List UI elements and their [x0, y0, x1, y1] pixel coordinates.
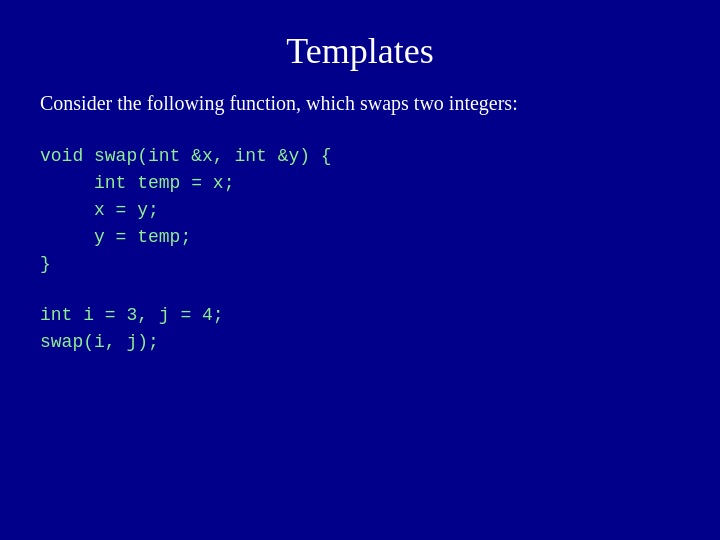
code-line-2: int temp = x; — [40, 170, 680, 197]
intro-paragraph: Consider the following function, which s… — [40, 92, 680, 115]
code-block-swap-function: void swap(int &x, int &y) { int temp = x… — [40, 143, 680, 278]
code-line-1: void swap(int &x, int &y) { — [40, 143, 680, 170]
code-line-6: int i = 3, j = 4; — [40, 302, 680, 329]
code-block-usage: int i = 3, j = 4; swap(i, j); — [40, 302, 680, 356]
page-container: Templates Consider the following functio… — [0, 0, 720, 540]
code-line-5: } — [40, 251, 680, 278]
code-line-3: x = y; — [40, 197, 680, 224]
page-title: Templates — [40, 30, 680, 72]
code-line-7: swap(i, j); — [40, 329, 680, 356]
code-line-4: y = temp; — [40, 224, 680, 251]
